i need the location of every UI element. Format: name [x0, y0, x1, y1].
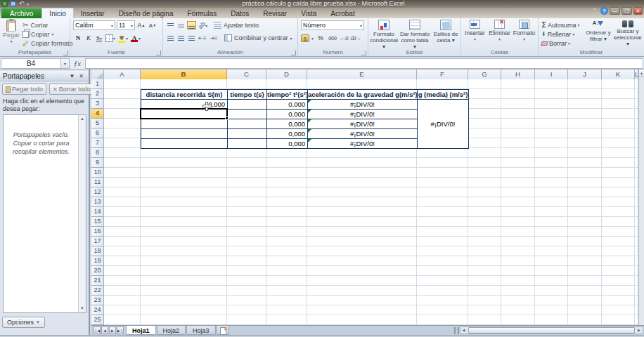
cell-F3-F7-merged[interactable]: #¡DIV/0! [417, 99, 469, 149]
orientation-button[interactable]: ab▾ [198, 20, 208, 30]
italic-button[interactable]: K [84, 33, 94, 43]
align-right-button[interactable] [187, 34, 196, 42]
row-header-10[interactable]: 10 [91, 168, 104, 178]
column-header-H[interactable]: H [501, 70, 535, 79]
dialog-launcher-icon[interactable] [361, 51, 366, 55]
row-header-22[interactable]: 22 [91, 286, 104, 296]
undo-icon[interactable]: ↶ [18, 1, 25, 7]
copy-button[interactable]: Copiar▾ [22, 29, 73, 39]
cell-styles-button[interactable]: Estilos de celda ▾ [430, 20, 461, 44]
format-painter-button[interactable]: 🖉Copiar formato [22, 39, 73, 48]
cell-E5[interactable]: #¡DIV/0! [307, 119, 418, 129]
sheet-tab-hoja1[interactable]: Hoja1 [126, 326, 156, 335]
align-top-button[interactable] [166, 21, 175, 29]
merge-center-button[interactable]: Combinar y centrar▾ [224, 34, 292, 41]
column-header-C[interactable]: C [227, 70, 266, 79]
align-bottom-button[interactable] [187, 21, 196, 29]
tab-revisar[interactable]: Revisar [256, 8, 294, 18]
dialog-launcher-icon[interactable] [156, 51, 161, 55]
wrap-text-button[interactable]: Ajustar texto [214, 22, 259, 29]
restore-button[interactable]: ❐ [622, 7, 632, 15]
tab-vista[interactable]: Vista [294, 8, 323, 18]
column-header-D[interactable]: D [266, 70, 307, 79]
column-header-A[interactable]: A [104, 70, 141, 79]
vertical-scrollbar[interactable]: ▲ [638, 70, 644, 325]
row-header-17[interactable]: 17 [91, 237, 104, 246]
column-header-B[interactable]: B [141, 70, 227, 79]
tab-diseño-de-página[interactable]: Diseño de página [112, 8, 181, 18]
paste-button[interactable]: Pegar ▾ [2, 20, 20, 48]
cell-E4[interactable]: #¡DIV/0! [307, 109, 418, 119]
pane-close-icon[interactable]: ✕ [77, 73, 86, 79]
underline-button[interactable]: S▾ [94, 33, 104, 43]
scroll-right-icon[interactable]: ▶ [636, 327, 643, 333]
row-header-7[interactable]: 7 [91, 138, 104, 148]
next-sheet-icon[interactable]: ▶ [109, 326, 116, 334]
row-header-11[interactable]: 11 [91, 178, 104, 187]
insert-cells-button[interactable]: Insertar▾ [463, 20, 487, 41]
formula-input[interactable] [85, 58, 643, 69]
cell-B7[interactable] [141, 138, 228, 149]
decrease-indent-button[interactable]: ⇤≡ [198, 33, 207, 43]
scroll-up-icon[interactable]: ▲ [79, 115, 86, 123]
borders-button[interactable]: ▾ [105, 33, 116, 43]
cell-E7[interactable]: #¡DIV/0! [307, 138, 418, 149]
column-header-G[interactable]: G [468, 70, 501, 79]
autosum-button[interactable]: ΣAutosuma▾ [541, 20, 580, 29]
scroll-left-icon[interactable]: ◀ [461, 327, 468, 333]
grow-font-button[interactable]: A▲ [136, 20, 146, 30]
dialog-launcher-icon[interactable] [63, 51, 68, 55]
row-header-25[interactable]: 25 [91, 315, 104, 325]
row-header-14[interactable]: 14 [91, 207, 104, 217]
tab-acrobat[interactable]: Acrobat [323, 8, 361, 18]
tab-archivo[interactable]: Archivo [1, 8, 41, 18]
excel-app-icon[interactable]: X [1, 1, 8, 7]
increase-decimal-button[interactable]: ←.0 [340, 35, 348, 41]
minimize-button[interactable]: — [610, 7, 620, 15]
decrease-decimal-button[interactable]: .00→ [350, 35, 361, 41]
dialog-launcher-icon[interactable] [291, 51, 296, 55]
row-header-8[interactable]: 8 [91, 148, 104, 158]
row-header-18[interactable]: 18 [91, 246, 104, 256]
currency-format-icon[interactable]: $ [301, 34, 309, 42]
scroll-down-icon[interactable]: ▼ [79, 305, 86, 312]
sheet-tab-hoja3[interactable]: Hoja3 [186, 326, 216, 335]
font-size-combo[interactable]: 11▾ [117, 20, 135, 30]
fx-icon[interactable]: ƒx [70, 59, 85, 67]
row-header-21[interactable]: 21 [91, 276, 104, 286]
tab-insertar[interactable]: Insertar [74, 8, 112, 18]
cell-C7[interactable] [227, 138, 267, 149]
options-button[interactable]: Opciones▼ [2, 317, 45, 328]
help-icon[interactable]: ? [600, 7, 608, 15]
delete-cells-button[interactable]: Eliminar▾ [487, 20, 512, 41]
cell-C4[interactable] [227, 109, 267, 119]
first-sheet-icon[interactable]: ❘◀ [94, 326, 101, 334]
qat-dropdown-icon[interactable]: ▾ [27, 1, 29, 6]
fill-handle[interactable] [225, 117, 228, 120]
ribbon-collapse-icon[interactable]: ⌃ [590, 8, 599, 14]
row-header-6[interactable]: 6 [91, 128, 104, 138]
cut-button[interactable]: ✂Cortar [22, 20, 73, 29]
cell-B6[interactable] [141, 128, 228, 139]
fill-color-button[interactable]: ⛊▾ [117, 33, 129, 43]
sheet-tab-hoja2[interactable]: Hoja2 [157, 326, 186, 335]
conditional-formatting-button[interactable]: Formato condicional ▾ [368, 20, 399, 50]
row-header-20[interactable]: 20 [91, 266, 104, 276]
percent-style-button[interactable]: % [316, 33, 326, 43]
table-header-1[interactable]: tiempo t(s) [227, 89, 267, 100]
cell-D7[interactable]: 0,000 [266, 138, 308, 149]
bold-button[interactable]: N [73, 33, 83, 43]
find-select-button[interactable]: Buscar y seleccionar ▾ [613, 20, 643, 47]
align-middle-button[interactable] [176, 21, 186, 29]
tab-fórmulas[interactable]: Fórmulas [180, 8, 224, 18]
number-format-combo[interactable]: Número▾ [301, 20, 364, 30]
row-header-15[interactable]: 15 [91, 217, 104, 227]
sort-filter-button[interactable]: Ordenar y filtrar ▾ [584, 20, 613, 42]
row-header-12[interactable]: 12 [91, 187, 104, 197]
tab-split-handle[interactable] [454, 327, 459, 334]
cell-D6[interactable]: 0,000 [266, 128, 308, 139]
cell-D5[interactable]: 0,000 [266, 119, 308, 129]
horizontal-scrollbar[interactable]: ◀ ▶ [460, 326, 643, 334]
clipboard-list-scrollbar[interactable]: ▲ ▼ [78, 115, 86, 312]
row-header-19[interactable]: 19 [91, 256, 104, 266]
